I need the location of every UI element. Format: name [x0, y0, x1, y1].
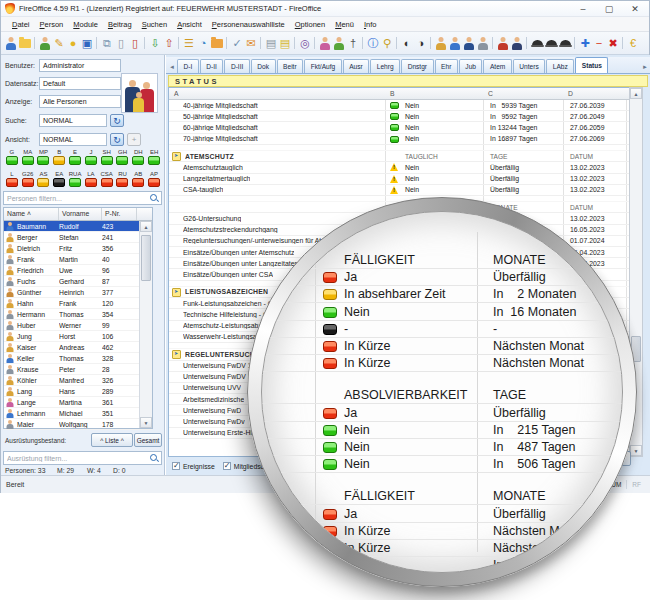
save-icon[interactable]: ▣ [80, 35, 94, 51]
person-row-dietrich[interactable]: DietrichFritz356 [4, 243, 152, 254]
status-button-g[interactable] [6, 156, 18, 165]
column-a[interactable]: A [174, 88, 179, 97]
edit-person-icon[interactable] [38, 35, 52, 51]
status-button-ap[interactable] [148, 178, 160, 187]
status-button-la[interactable] [85, 178, 97, 187]
person-row-kaiser[interactable]: KaiserAndreas462 [4, 342, 152, 353]
person-row-berger[interactable]: BergerStefan241 [4, 232, 152, 243]
status-button-ma[interactable] [22, 156, 34, 165]
column-b[interactable]: B [390, 88, 395, 97]
person-table-scrollbar[interactable]: ▲ ▼ [139, 221, 152, 428]
person-row-lehmann[interactable]: LehmannMichael351 [4, 408, 152, 419]
equipment-total-button[interactable]: Gesamt [134, 433, 162, 447]
person-row-hermann[interactable]: HermannThomas354 [4, 309, 152, 320]
scroll-down-icon[interactable]: ▼ [630, 445, 642, 456]
search-binoculars-icon[interactable]: ◎ [298, 35, 312, 51]
tab-dnstgr[interactable]: Dnstgr [401, 59, 433, 73]
tab-unters[interactable]: Unters [513, 59, 545, 73]
remove-icon[interactable]: − [592, 35, 606, 51]
status-button-sh[interactable] [101, 156, 113, 165]
search-key-icon[interactable]: ⚲ [380, 35, 394, 51]
status-button-rua[interactable] [69, 178, 81, 187]
person-row-keller[interactable]: KellerThomas328 [4, 353, 152, 364]
view-reset-button[interactable]: ↻ [110, 133, 124, 146]
menu-item-datei[interactable]: Datei [7, 18, 35, 31]
tab-ehr[interactable]: Ehr [435, 59, 458, 73]
status-button-eh[interactable] [148, 156, 160, 165]
status-button-e[interactable] [69, 156, 81, 165]
person-row-hahn[interactable]: HahnFrank120 [4, 298, 152, 309]
status-button-gh[interactable] [116, 156, 128, 165]
document-check-icon[interactable]: ✓ [230, 35, 244, 51]
list-icon[interactable]: ☰ [182, 35, 196, 51]
table-row[interactable]: LangzeitatmertauglichNeinÜberfällig13.02… [169, 174, 629, 185]
clock-icon[interactable]: ◔ [196, 35, 210, 51]
scrollbar-thumb[interactable] [141, 235, 151, 281]
events-checkbox-group[interactable]: Ereignisse [172, 462, 215, 470]
table-row[interactable]: 40-jährige MitgliedschaftNeinIn 5939 Tag… [169, 100, 629, 111]
contrast-left-icon[interactable]: ◐ [400, 35, 414, 51]
person-row-fuchs[interactable]: FuchsGerhard87 [4, 276, 152, 287]
equipment-filter-input[interactable] [4, 455, 149, 462]
person-youth-icon[interactable] [462, 35, 476, 51]
status-button-dh[interactable] [132, 156, 144, 165]
helmet-icon-1[interactable] [530, 35, 544, 51]
lock-icon[interactable]: ● [66, 35, 80, 51]
tab-ausr[interactable]: Ausr [343, 59, 370, 73]
person-row-lang[interactable]: LangHans289 [4, 386, 152, 397]
add-icon[interactable]: ✚ [578, 35, 592, 51]
menu-item-menü[interactable]: Menü [330, 18, 359, 31]
status-button-ab[interactable] [132, 178, 144, 187]
import-database-icon[interactable]: ⇩ [148, 35, 162, 51]
maximize-button[interactable]: ▢ [599, 3, 619, 15]
person-row-friedrich[interactable]: FriedrichUwe96 [4, 265, 152, 276]
events-checkbox[interactable] [172, 462, 180, 470]
table-row[interactable]: AtemschutztauglichNeinÜberfällig13.02.20… [169, 162, 629, 173]
print-color-icon[interactable]: ▤ [278, 35, 292, 51]
tab-scroll-right-icon[interactable]: ► [642, 64, 648, 70]
status-button-mp[interactable] [37, 156, 49, 165]
search-reset-button[interactable]: ↻ [110, 114, 124, 127]
new-person-icon[interactable] [4, 35, 18, 51]
status-button-csa[interactable] [101, 178, 113, 187]
person-row-baumann[interactable]: BaumannRudolf423 [4, 221, 152, 232]
column-header-name[interactable]: Name ˄ [4, 208, 59, 220]
person-row-maier[interactable]: MaierWolfgang178 [4, 419, 152, 430]
memorial-cross-icon[interactable]: † [346, 35, 360, 51]
table-row[interactable]: 50-jährige MitgliedschaftNeinIn 9592 Tag… [169, 111, 629, 122]
status-button-j[interactable] [85, 156, 97, 165]
menu-item-info[interactable]: Info [359, 18, 382, 31]
dataset-field[interactable]: Default [39, 77, 121, 90]
membership-checkbox[interactable] [223, 462, 231, 470]
copy-icon[interactable]: ⧉ [100, 35, 114, 51]
tab-jub[interactable]: Jub [459, 59, 483, 73]
scroll-up-icon[interactable]: ▲ [140, 221, 152, 232]
table-row[interactable]: CSA-tauglichNeinÜberfällig13.02.2023 [169, 185, 629, 196]
column-d[interactable]: D [568, 88, 573, 97]
status-button-as[interactable] [37, 178, 49, 187]
helmet-icon-3[interactable] [558, 35, 572, 51]
person-filter-input[interactable] [4, 195, 149, 202]
person-passive-icon[interactable] [476, 35, 490, 51]
helmet-icon-2[interactable] [544, 35, 558, 51]
menu-item-person[interactable]: Person [35, 18, 69, 31]
person-uniform-icon[interactable] [510, 35, 524, 51]
person-row-krause[interactable]: KrausePeter28 [4, 364, 152, 375]
delete-red-icon[interactable]: ▯ [128, 35, 142, 51]
display-field[interactable]: Alle Personen [39, 95, 121, 108]
tab-d-ii[interactable]: D-II [200, 59, 224, 73]
person-row-köhler[interactable]: KöhlerManfred326 [4, 375, 152, 386]
menu-item-suchen[interactable]: Suchen [137, 18, 172, 31]
status-button-ea[interactable] [53, 178, 65, 187]
menu-item-personenauswahlliste[interactable]: Personenauswahlliste [207, 18, 290, 31]
print-icon[interactable]: ▤ [264, 35, 278, 51]
equipment-list-button[interactable]: ^ Liste ^ [91, 433, 133, 447]
person-row-frank[interactable]: FrankMartin40 [4, 254, 152, 265]
tab-atem[interactable]: Atem [483, 59, 511, 73]
persons-pair-icon[interactable] [318, 35, 332, 51]
status-button-l[interactable] [6, 178, 18, 187]
info-icon[interactable]: ⓘ [366, 35, 380, 51]
scroll-up-icon[interactable]: ▲ [630, 88, 642, 99]
person-arrow-icon[interactable] [332, 35, 346, 51]
edit-pencil-icon[interactable]: ✎ [52, 35, 66, 51]
